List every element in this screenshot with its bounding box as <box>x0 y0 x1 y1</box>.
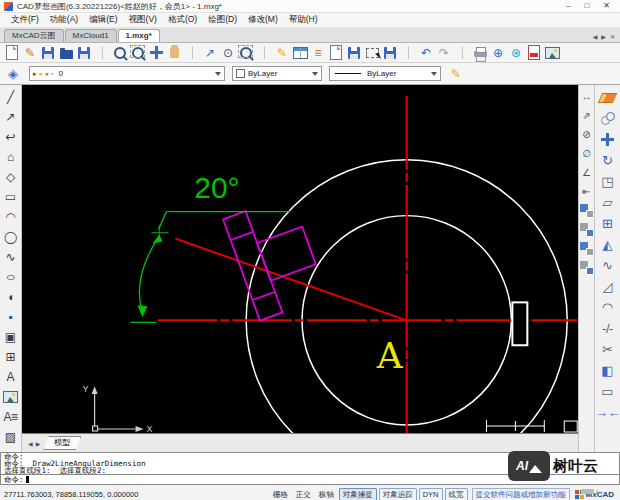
erase-icon[interactable] <box>597 87 618 108</box>
status-toggle[interactable]: 对象捕捉 <box>339 488 377 500</box>
separator[interactable] <box>255 44 273 61</box>
status-toggle[interactable]: 线宽 <box>445 488 468 500</box>
insert-image-icon[interactable] <box>1 387 21 407</box>
move-icon[interactable] <box>597 129 618 150</box>
status-toggle[interactable]: 正交 <box>293 489 314 500</box>
copy-icon[interactable] <box>597 108 618 129</box>
separator[interactable] <box>93 44 111 61</box>
menu-item[interactable]: 帮助(H) <box>284 13 323 27</box>
dim-radius-icon[interactable]: ⊘ <box>579 125 594 144</box>
draworder-back-icon[interactable] <box>579 220 594 239</box>
status-toggle[interactable]: 对象追踪 <box>379 488 417 500</box>
draw-circle-icon[interactable]: ◯ <box>1 227 21 247</box>
draw-line-icon[interactable]: ╱ <box>1 87 21 107</box>
print-icon[interactable] <box>471 44 489 61</box>
document-tab[interactable]: MxCloud1 <box>65 29 117 42</box>
explode-icon[interactable]: ◧ <box>597 360 618 381</box>
menu-item[interactable]: 功能(A) <box>45 13 83 27</box>
zoom-window-icon[interactable] <box>129 44 147 61</box>
fillet-icon[interactable]: ◠ <box>597 297 618 318</box>
document-tab[interactable]: 1.mxg* <box>118 29 160 42</box>
color-select[interactable]: ByLayer <box>232 66 322 81</box>
stretch-icon[interactable]: ▱ <box>597 192 618 213</box>
image-export-icon[interactable] <box>543 44 561 61</box>
menu-item[interactable]: 修改(M) <box>243 13 283 27</box>
zoom-in-icon[interactable] <box>111 44 129 61</box>
zoom-object-icon[interactable]: ⊙ <box>219 44 237 61</box>
tab-prev-icon[interactable]: ◀ <box>593 33 598 40</box>
dim-aligned-icon[interactable]: ⇗ <box>579 106 594 125</box>
keyway-rectangle[interactable] <box>512 302 527 345</box>
edit-spline-icon[interactable]: ∿ <box>597 255 618 276</box>
table-icon[interactable] <box>291 44 309 61</box>
boundary-icon[interactable]: ▭ <box>597 381 618 402</box>
draw-mtext-icon[interactable]: A≡ <box>1 407 21 427</box>
layer-select[interactable]: ▸●●▫ 0 <box>29 66 225 81</box>
chamfer-icon[interactable]: ◿ <box>597 276 618 297</box>
horizontal-scrollbar[interactable]: ‹ › <box>576 487 618 496</box>
draw-spline-icon[interactable]: ∿ <box>1 247 21 267</box>
draw-polygon2-icon[interactable]: ◇ <box>1 167 21 187</box>
draw-rectangle-icon[interactable]: ▭ <box>1 187 21 207</box>
model-tab[interactable]: 模型 <box>43 436 81 450</box>
draw-polygon-icon[interactable]: ⌂ <box>1 147 21 167</box>
feedback-link[interactable]: 提交软件问题或增加新功能 <box>472 488 570 500</box>
edit-properties-icon[interactable]: ✎ <box>447 65 465 82</box>
draw-hatch-icon[interactable]: ▨ <box>1 427 21 447</box>
web-icon[interactable]: ⊕ <box>489 44 507 61</box>
layout-prev-icon[interactable]: ◀ <box>28 440 33 447</box>
zoom-extents-icon[interactable] <box>147 44 165 61</box>
tab-next-icon[interactable]: ▶ <box>601 33 606 40</box>
draworder-above-icon[interactable] <box>579 239 594 258</box>
new-file-icon[interactable] <box>3 44 21 61</box>
scrollbar-thumb[interactable] <box>581 489 594 494</box>
document-tab[interactable]: MxCAD云图 <box>4 29 64 42</box>
draw-arc-icon[interactable]: ◠ <box>1 207 21 227</box>
tab-close-icon[interactable]: ✕ <box>610 33 615 40</box>
status-toggle[interactable]: 栅格 <box>270 489 291 500</box>
separator[interactable] <box>183 44 201 61</box>
dim-diameter-icon[interactable]: ∅ <box>579 144 594 163</box>
open-drawing-icon[interactable]: ✎ <box>21 44 39 61</box>
dim-angular-icon[interactable]: ∠ <box>579 163 594 182</box>
status-toggle[interactable]: DYN <box>419 488 443 500</box>
menu-item[interactable]: 视图(V) <box>124 13 162 27</box>
layout-next-icon[interactable]: ▶ <box>36 440 41 447</box>
trim-icon[interactable]: ✂ <box>597 339 618 360</box>
dim-continue-icon[interactable]: ⇤ <box>579 182 594 201</box>
draw-xline-icon[interactable]: ↗ <box>1 107 21 127</box>
list-icon[interactable]: ≡ <box>309 44 327 61</box>
status-toggle[interactable]: 极轴 <box>316 489 337 500</box>
minimize-button[interactable]: – <box>566 1 570 11</box>
menu-item[interactable]: 格式(O) <box>163 13 202 27</box>
draworder-below-icon[interactable] <box>579 258 594 277</box>
save-icon[interactable] <box>39 44 57 61</box>
pdf-export-icon[interactable] <box>525 44 543 61</box>
scroll-right-icon[interactable]: › <box>596 488 599 496</box>
find-icon[interactable] <box>237 44 255 61</box>
join-icon[interactable]: →← <box>597 402 618 423</box>
draw-polyline-icon[interactable]: ↩ <box>1 127 21 147</box>
draw-text-icon[interactable]: A <box>1 367 21 387</box>
linetype-select[interactable]: ByLayer <box>329 66 441 81</box>
pan-icon[interactable] <box>165 44 183 61</box>
redo-icon[interactable]: ↷ <box>435 44 453 61</box>
save-view-icon[interactable] <box>345 44 363 61</box>
draw-ellipse-icon[interactable]: ○ <box>1 267 21 287</box>
menu-item[interactable]: 绘图(D) <box>203 13 242 27</box>
draworder-front-icon[interactable] <box>579 201 594 220</box>
edit-text-icon[interactable]: ✎ <box>273 44 291 61</box>
close-button[interactable]: ✕ <box>603 1 610 11</box>
make-block-icon[interactable]: ▣ <box>1 327 21 347</box>
select-entity-icon[interactable] <box>363 44 381 61</box>
page-setup-icon[interactable] <box>327 44 345 61</box>
insert-block-icon[interactable]: ⊞ <box>1 347 21 367</box>
break-icon[interactable]: -/- <box>597 318 618 339</box>
save-as-icon[interactable] <box>75 44 93 61</box>
scroll-left-icon[interactable]: ‹ <box>576 488 579 496</box>
draw-point-icon[interactable]: ▪ <box>1 307 21 327</box>
draw-ellipse-arc-icon[interactable]: ◖ <box>1 287 21 307</box>
drawing-canvas[interactable]: 20° A X Y <box>22 85 578 433</box>
menu-item[interactable]: 编辑(E) <box>84 13 122 27</box>
measure-icon[interactable]: ↗ <box>201 44 219 61</box>
